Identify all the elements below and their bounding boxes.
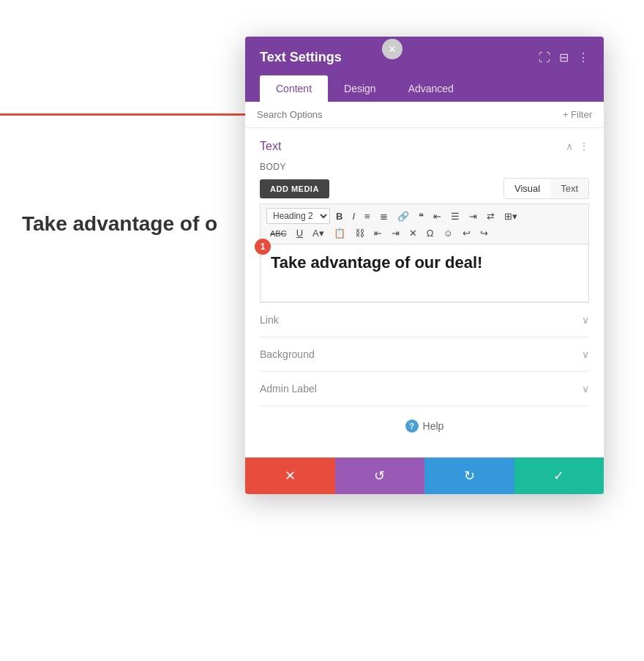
- link-button[interactable]: 🔗: [394, 209, 413, 223]
- editor-content[interactable]: 1 Take advantage of our deal!: [260, 244, 589, 302]
- page-content-text: Take advantage of o: [22, 212, 217, 236]
- admin-label-title: Admin Label: [260, 383, 317, 395]
- save-button[interactable]: ✓: [514, 458, 604, 494]
- align-right-button[interactable]: ⇥: [465, 209, 481, 223]
- modal-title: Text Settings: [260, 50, 342, 65]
- tab-advanced[interactable]: Advanced: [392, 75, 470, 102]
- link-chevron-icon: ∨: [582, 314, 589, 326]
- bold-button[interactable]: B: [332, 209, 346, 223]
- strikethrough-button[interactable]: ABC: [266, 226, 291, 240]
- tab-design[interactable]: Design: [328, 75, 392, 102]
- help-label: Help: [423, 420, 444, 432]
- link-title: Link: [260, 314, 279, 326]
- search-input[interactable]: [257, 109, 563, 120]
- cancel-button[interactable]: ✕: [245, 458, 335, 494]
- paste-button[interactable]: 📋: [330, 226, 349, 240]
- toolbar-row-2: ABC U A▾ 📋 ⛓ ⇤ ⇥ ✕ Ω ☺ ↩ ↪: [266, 226, 583, 240]
- undo-button[interactable]: ↺: [335, 458, 425, 494]
- italic-button[interactable]: I: [348, 209, 359, 223]
- tab-content[interactable]: Content: [260, 75, 328, 102]
- blockquote-button[interactable]: ❝: [415, 209, 427, 223]
- align-left-button[interactable]: ⇤: [430, 209, 445, 223]
- table-button[interactable]: ⊞▾: [501, 209, 521, 223]
- ol-button[interactable]: ≣: [376, 209, 392, 223]
- underline-button[interactable]: U: [293, 226, 307, 240]
- add-media-button[interactable]: ADD MEDIA: [260, 179, 329, 198]
- ul-button[interactable]: ≡: [361, 209, 374, 223]
- modal-tabs: Content Design Advanced: [260, 75, 589, 102]
- search-bar: + Filter: [245, 102, 604, 128]
- modal-title-row: Text Settings ⛶ ⊟ ⋮: [260, 50, 589, 65]
- omega-button[interactable]: Ω: [423, 226, 438, 240]
- visual-tab[interactable]: Visual: [504, 179, 550, 198]
- editor-toolbar: Heading 2 Heading 1 Heading 3 Paragraph …: [260, 203, 589, 244]
- background-header[interactable]: Background ∨: [260, 348, 589, 360]
- editor-header: ADD MEDIA Visual Text: [260, 178, 589, 199]
- editor-badge: 1: [255, 239, 271, 255]
- link-section: Link ∨: [260, 302, 589, 337]
- redo-button[interactable]: ↻: [424, 458, 514, 494]
- modal-footer: ✕ ↺ ↻ ✓: [245, 458, 604, 494]
- section-controls: ∧ ⋮: [566, 141, 589, 152]
- section-more-icon[interactable]: ⋮: [579, 141, 589, 152]
- align-center-button[interactable]: ☰: [447, 209, 463, 223]
- help-icon: ?: [405, 419, 419, 433]
- editor-text[interactable]: Take advantage of our deal!: [271, 253, 578, 272]
- redo-toolbar-button[interactable]: ↪: [476, 226, 492, 240]
- indent-right-button[interactable]: ⇥: [388, 226, 403, 240]
- link-header[interactable]: Link ∨: [260, 314, 589, 326]
- background-chevron-icon: ∨: [582, 348, 589, 360]
- help-section: ? Help: [260, 406, 589, 440]
- page-red-line: [0, 113, 249, 116]
- admin-label-header[interactable]: Admin Label ∨: [260, 383, 589, 395]
- remove-format-button[interactable]: ✕: [405, 226, 421, 240]
- align-justify-button[interactable]: ⇄: [483, 209, 498, 223]
- unlink-button[interactable]: ⛓: [351, 226, 368, 240]
- text-color-button[interactable]: A▾: [309, 226, 328, 240]
- more-icon[interactable]: ⋮: [577, 51, 589, 64]
- modal-header-icons: ⛶ ⊟ ⋮: [539, 51, 589, 64]
- undo-toolbar-button[interactable]: ↩: [459, 226, 474, 240]
- toolbar-row-1: Heading 2 Heading 1 Heading 3 Paragraph …: [266, 208, 583, 224]
- admin-label-chevron-icon: ∨: [582, 383, 589, 395]
- help-button[interactable]: ? Help: [405, 419, 444, 433]
- background-title: Background: [260, 348, 315, 360]
- columns-icon[interactable]: ⊟: [559, 51, 569, 64]
- modal-header: Text Settings ⛶ ⊟ ⋮ Content Design Advan…: [245, 37, 604, 102]
- collapse-icon[interactable]: ∧: [566, 141, 573, 152]
- text-section-title: Text: [260, 140, 281, 153]
- filter-button[interactable]: + Filter: [563, 109, 592, 120]
- indent-left-button[interactable]: ⇤: [370, 226, 386, 240]
- text-section-header: Text ∧ ⋮: [260, 140, 589, 153]
- text-settings-modal: Text Settings ⛶ ⊟ ⋮ Content Design Advan…: [245, 37, 604, 494]
- heading-select[interactable]: Heading 2 Heading 1 Heading 3 Paragraph: [266, 208, 330, 224]
- background-section: Background ∨: [260, 337, 589, 371]
- body-label: Body: [260, 162, 589, 172]
- visual-text-tabs: Visual Text: [503, 178, 589, 199]
- modal-body: Text ∧ ⋮ Body ADD MEDIA Visual Text Head…: [245, 128, 604, 452]
- text-tab[interactable]: Text: [550, 179, 588, 198]
- emoji-button[interactable]: ☺: [439, 226, 456, 240]
- modal-close-button[interactable]: ✕: [382, 39, 402, 59]
- admin-label-section: Admin Label ∨: [260, 371, 589, 406]
- expand-icon[interactable]: ⛶: [539, 51, 550, 64]
